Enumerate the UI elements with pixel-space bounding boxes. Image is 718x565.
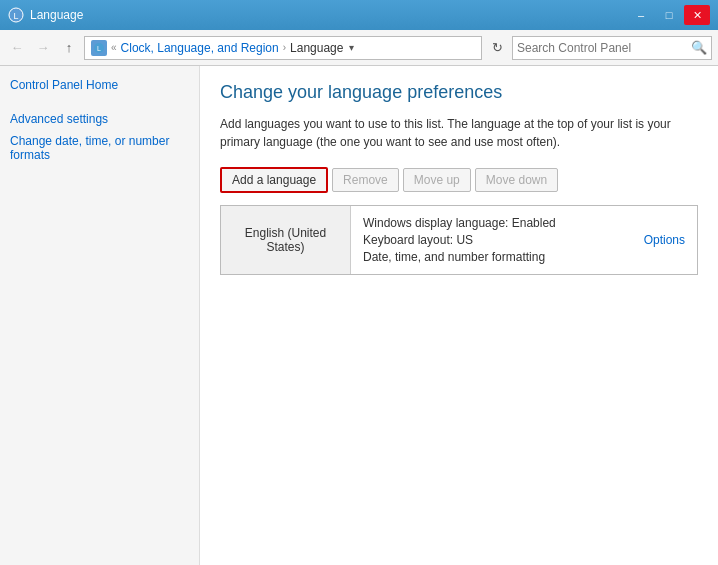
page-title: Change your language preferences (220, 82, 698, 103)
remove-button[interactable]: Remove (332, 168, 399, 192)
page-description: Add languages you want to use to this li… (220, 115, 698, 151)
title-bar-controls: – □ ✕ (628, 5, 710, 25)
language-details: Windows display language: Enabled Keyboa… (351, 206, 632, 274)
move-down-button[interactable]: Move down (475, 168, 558, 192)
table-row: English (United States) Windows display … (221, 206, 697, 274)
address-dropdown-button[interactable]: ▾ (349, 42, 354, 53)
content-area: Change your language preferences Add lan… (200, 66, 718, 565)
svg-text:L: L (13, 11, 18, 21)
close-button[interactable]: ✕ (684, 5, 710, 25)
forward-button[interactable]: → (32, 37, 54, 59)
title-bar-left: L Language (8, 7, 83, 23)
advanced-settings-link[interactable]: Advanced settings (10, 112, 189, 126)
back-button[interactable]: ← (6, 37, 28, 59)
language-options: Options (632, 206, 697, 274)
language-detail-2: Keyboard layout: US (363, 233, 620, 247)
control-panel-home-link[interactable]: Control Panel Home (10, 78, 189, 92)
search-box: 🔍 (512, 36, 712, 60)
address-path: L « Clock, Language, and Region › Langua… (84, 36, 482, 60)
maximize-button[interactable]: □ (656, 5, 682, 25)
options-link[interactable]: Options (644, 233, 685, 247)
minimize-button[interactable]: – (628, 5, 654, 25)
search-icon[interactable]: 🔍 (691, 40, 707, 55)
add-language-button[interactable]: Add a language (220, 167, 328, 193)
move-up-button[interactable]: Move up (403, 168, 471, 192)
breadcrumb-item-1[interactable]: Clock, Language, and Region (121, 41, 279, 55)
breadcrumb-separator-2: › (283, 42, 286, 53)
search-input[interactable] (517, 41, 691, 55)
language-detail-3: Date, time, and number formatting (363, 250, 620, 264)
svg-text:L: L (97, 45, 101, 52)
language-name: English (United States) (221, 206, 351, 274)
breadcrumb-separator-1: « (111, 42, 117, 53)
change-date-time-link[interactable]: Change date, time, or number formats (10, 134, 189, 162)
title-bar: L Language – □ ✕ (0, 0, 718, 30)
language-list: English (United States) Windows display … (220, 205, 698, 275)
breadcrumb-icon: L (91, 40, 107, 56)
refresh-button[interactable]: ↻ (486, 37, 508, 59)
sidebar: Control Panel Home Advanced settings Cha… (0, 66, 200, 565)
language-toolbar: Add a language Remove Move up Move down (220, 167, 698, 193)
main-layout: Control Panel Home Advanced settings Cha… (0, 66, 718, 565)
address-bar: ← → ↑ L « Clock, Language, and Region › … (0, 30, 718, 66)
breadcrumb-current: Language (290, 41, 343, 55)
window-title: Language (30, 8, 83, 22)
up-button[interactable]: ↑ (58, 37, 80, 59)
window-icon: L (8, 7, 24, 23)
language-detail-1: Windows display language: Enabled (363, 216, 620, 230)
